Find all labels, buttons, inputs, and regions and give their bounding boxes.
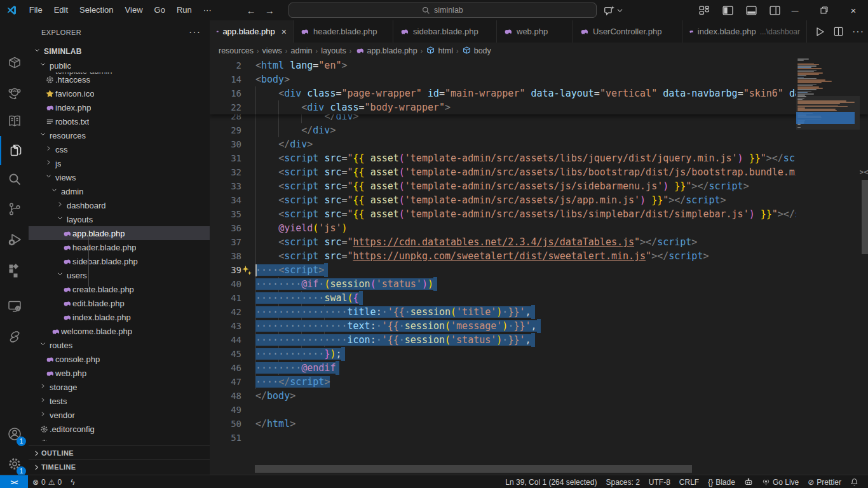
breadcrumb-html[interactable]: html: [426, 46, 453, 55]
menu-file[interactable]: File: [24, 3, 48, 17]
tree-item-web-php[interactable]: web.php: [29, 366, 210, 380]
tree-item-public[interactable]: public: [29, 58, 210, 72]
code-line-34[interactable]: 34 <script src="{{ asset('template-admin…: [210, 193, 868, 207]
tree-item-create-blade-php[interactable]: create.blade.php: [29, 282, 210, 296]
menu-edit[interactable]: Edit: [48, 3, 74, 17]
menu-selection[interactable]: Selection: [74, 3, 119, 17]
breadcrumb-resources[interactable]: resources: [219, 46, 254, 55]
code-line-14[interactable]: 14<body>: [210, 72, 868, 86]
tab-header-blade-php[interactable]: header.blade.php: [294, 20, 393, 43]
tree-item-index-blade-php[interactable]: index.blade.php: [29, 310, 210, 324]
code-line-49[interactable]: 49: [210, 403, 868, 417]
back-arrow-icon[interactable]: ←: [247, 5, 256, 16]
tree-item-favicon-ico[interactable]: favicon.ico: [29, 86, 210, 100]
tree-item-admin[interactable]: admin: [29, 184, 210, 198]
code-line-42[interactable]: 42················title:·'{{·session('ti…: [210, 305, 868, 319]
tree-item-app-blade-php[interactable]: app.blade.php: [29, 226, 210, 240]
tree-item-views[interactable]: views: [29, 170, 210, 184]
tab-close-icon[interactable]: ×: [281, 27, 287, 37]
code-line-36[interactable]: 36 @yield('js'): [210, 221, 868, 235]
split-editor-icon[interactable]: [834, 27, 843, 36]
tree-item-console-php[interactable]: console.php: [29, 352, 210, 366]
activity-run-debug-icon[interactable]: [0, 225, 29, 254]
code-line-45[interactable]: 45············});: [210, 347, 868, 361]
breadcrumb-layouts[interactable]: layouts: [321, 46, 346, 55]
vertical-scrollbar[interactable]: [862, 180, 868, 254]
restore-button[interactable]: [810, 0, 839, 20]
cursor-position[interactable]: Ln 39, Col 1 (264 selected): [501, 475, 601, 488]
horizontal-scrollbar[interactable]: [255, 465, 692, 473]
tree-item-css[interactable]: css: [29, 142, 210, 156]
activity-extensions-icon[interactable]: [0, 255, 29, 285]
activity-search-icon[interactable]: [0, 165, 29, 194]
breadcrumb-body[interactable]: body: [462, 46, 491, 55]
breadcrumb-app-blade-php[interactable]: app.blade.php: [355, 46, 417, 55]
code-line-46[interactable]: 46········@endif: [210, 361, 868, 375]
explorer-more-actions-icon[interactable]: ···: [189, 27, 201, 38]
customize-layout-icon[interactable]: [699, 5, 710, 16]
code-line-31[interactable]: 31 <script src="{{ asset('template-admin…: [210, 151, 868, 165]
code-line-38[interactable]: 38 <script src="https://unpkg.com/sweeta…: [210, 249, 868, 263]
tree-item-vendor[interactable]: vendor: [29, 408, 210, 422]
code-line-43[interactable]: 43················text:·'{{·session('mes…: [210, 319, 868, 333]
menu-go[interactable]: Go: [149, 3, 171, 17]
code-line-39[interactable]: 39····<script>: [210, 263, 868, 277]
toggle-primary-sidebar-icon[interactable]: [722, 5, 733, 16]
tree-item-tests[interactable]: tests: [29, 394, 210, 408]
tree-item-resources[interactable]: resources: [29, 128, 210, 142]
code-line-44[interactable]: 44················icon:·'{{·session('sta…: [210, 333, 868, 347]
encoding[interactable]: UTF-8: [644, 475, 675, 488]
tree-item-layouts[interactable]: layouts: [29, 212, 210, 226]
copilot-menu[interactable]: [604, 5, 623, 16]
activity-explorer-files-icon[interactable]: [0, 136, 30, 165]
code-editor[interactable]: 28 </div>29 </div>30 </div>31 <script sr…: [210, 58, 868, 475]
tree-item-storage[interactable]: storage: [29, 380, 210, 394]
code-line-2[interactable]: 2<html lang="en">: [210, 58, 868, 72]
code-line-33[interactable]: 33 <script src="{{ asset('template-admin…: [210, 179, 868, 193]
activity-monkey-icon[interactable]: [0, 78, 29, 107]
activity-account[interactable]: 1: [0, 419, 29, 449]
minimap[interactable]: [796, 58, 860, 475]
run-button-icon[interactable]: [815, 27, 825, 37]
breadcrumb-admin[interactable]: admin: [291, 46, 313, 55]
minimize-button[interactable]: ─: [780, 0, 810, 20]
prettier-status[interactable]: ⊘Prettier: [803, 475, 846, 488]
activity-source-control-icon[interactable]: [0, 194, 29, 224]
language-mode[interactable]: {}Blade: [703, 475, 740, 488]
code-line-48[interactable]: 48</body>: [210, 389, 868, 403]
code-line-51[interactable]: 51: [210, 431, 868, 445]
tree-item-[interactable]: [29, 436, 210, 441]
tree-item-robots-txt[interactable]: robots.txt: [29, 114, 210, 128]
activity-package-icon[interactable]: [0, 48, 29, 78]
copilot-sparkle-icon[interactable]: [241, 265, 252, 276]
tree-item-sidebar-blade-php[interactable]: sidebar.blade.php: [29, 254, 210, 268]
code-line-32[interactable]: 32 <script src="{{ asset('template-admin…: [210, 165, 868, 179]
copilot-status[interactable]: [740, 475, 757, 488]
close-button[interactable]: ×: [839, 0, 868, 20]
toggle-secondary-sidebar-icon[interactable]: [770, 5, 780, 16]
activity-simplebar-icon[interactable]: [0, 322, 29, 351]
code-line-29[interactable]: 29 </div>: [210, 123, 868, 137]
code-line-50[interactable]: 50</html>: [210, 417, 868, 431]
tab-UserController-php[interactable]: UserController.php: [573, 20, 682, 43]
code-line-22[interactable]: 22 <div class="body-wrapper">: [210, 100, 868, 114]
menu-moremoremore[interactable]: ···: [198, 3, 217, 17]
tree-item-header-blade-php[interactable]: header.blade.php: [29, 240, 210, 254]
menu-view[interactable]: View: [119, 3, 149, 17]
tree-item-siminlab[interactable]: SIMINLAB: [29, 44, 210, 58]
tree-item--htaccess[interactable]: .htaccess: [29, 72, 210, 86]
code-line-37[interactable]: 37 <script src="https://cdn.datatables.n…: [210, 235, 868, 249]
tab-web-php[interactable]: web.php: [497, 20, 573, 43]
indentation[interactable]: Spaces: 2: [601, 475, 644, 488]
code-line-30[interactable]: 30 </div>: [210, 137, 868, 151]
tree-item-users[interactable]: users: [29, 268, 210, 282]
code-line-47[interactable]: 47····</script>: [210, 375, 868, 389]
notifications[interactable]: [846, 475, 863, 488]
tree-item-js[interactable]: js: [29, 156, 210, 170]
menu-run[interactable]: Run: [171, 3, 198, 17]
tab-app-blade-php[interactable]: app.blade.php×: [210, 20, 294, 43]
tree-item-welcome-blade-php[interactable]: welcome.blade.php: [29, 324, 210, 338]
eol-sequence[interactable]: CRLF: [675, 475, 703, 488]
remote-indicator[interactable]: ><: [0, 475, 28, 488]
toggle-panel-icon[interactable]: [746, 5, 757, 16]
